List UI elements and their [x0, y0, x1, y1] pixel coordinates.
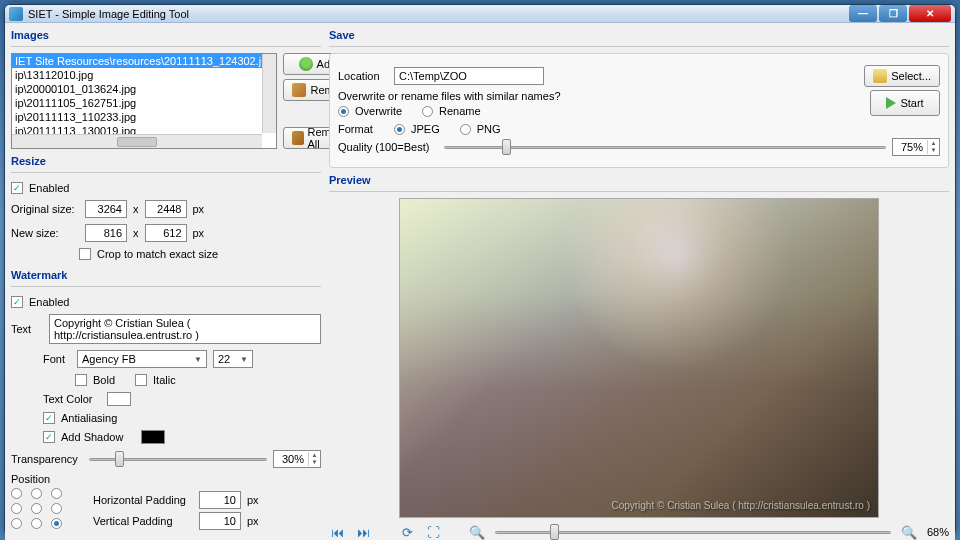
app-window: SIET - Simple Image Editing Tool — ❐ ✕ I…: [4, 4, 956, 536]
list-item[interactable]: ip\20000101_013624.jpg: [12, 82, 276, 96]
play-icon: [886, 97, 896, 109]
list-item[interactable]: ip\13112010.jpg: [12, 68, 276, 82]
start-button[interactable]: Start: [870, 90, 940, 116]
resize-enabled-checkbox[interactable]: ✓: [11, 182, 23, 194]
rename-radio[interactable]: [422, 106, 433, 117]
last-icon[interactable]: ⏭: [355, 524, 371, 540]
image-listbox[interactable]: IET Site Resources\resources\20111113_12…: [11, 53, 277, 149]
pos-bc-radio[interactable]: [31, 518, 42, 529]
preview-controls: ⏮ ⏭ ⟳ ⛶ 🔍 🔍 68%: [329, 518, 949, 540]
orig-width: 3264: [85, 200, 127, 218]
list-item[interactable]: ip\20111113_110233.jpg: [12, 110, 276, 124]
watermark-title: Watermark: [11, 269, 321, 281]
rotate-icon[interactable]: ⟳: [399, 524, 415, 540]
pos-mr-radio[interactable]: [51, 503, 62, 514]
remove-icon: [292, 83, 306, 97]
close-button[interactable]: ✕: [909, 5, 951, 22]
fit-icon[interactable]: ⛶: [425, 524, 441, 540]
pos-mc-radio[interactable]: [31, 503, 42, 514]
transparency-spinner[interactable]: 30%▲▼: [273, 450, 321, 468]
shadow-color-swatch[interactable]: [141, 430, 165, 444]
images-panel: Images IET Site Resources\resources\2011…: [11, 29, 321, 149]
preview-watermark: Copyright © Cristian Sulea ( http://cris…: [611, 500, 870, 511]
bold-checkbox[interactable]: [75, 374, 87, 386]
pos-br-radio[interactable]: [51, 518, 62, 529]
maximize-button[interactable]: ❐: [879, 5, 907, 22]
save-panel: Save LocationC:\Temp\ZOOSelect... Overwr…: [329, 29, 949, 168]
transparency-slider[interactable]: [89, 451, 267, 467]
quality-slider[interactable]: [444, 139, 886, 155]
titlebar[interactable]: SIET - Simple Image Editing Tool — ❐ ✕: [5, 5, 955, 23]
antialias-checkbox[interactable]: ✓: [43, 412, 55, 424]
horizontal-scrollbar[interactable]: [12, 134, 262, 148]
folder-icon: [873, 69, 887, 83]
jpeg-radio[interactable]: [394, 124, 405, 135]
shadow-checkbox[interactable]: ✓: [43, 431, 55, 443]
remove-all-icon: [292, 131, 303, 145]
resize-panel: Resize ✓Enabled Original size:3264x2448p…: [11, 155, 321, 263]
pos-bl-radio[interactable]: [11, 518, 22, 529]
first-icon[interactable]: ⏮: [329, 524, 345, 540]
quality-spinner[interactable]: 75%▲▼: [892, 138, 940, 156]
watermark-enabled-checkbox[interactable]: ✓: [11, 296, 23, 308]
add-icon: [299, 57, 313, 71]
location-input[interactable]: C:\Temp\ZOO: [394, 67, 544, 85]
select-button[interactable]: Select...: [864, 65, 940, 87]
font-size-select[interactable]: 22▼: [213, 350, 253, 368]
preview-title: Preview: [329, 174, 949, 186]
pos-tl-radio[interactable]: [11, 488, 22, 499]
preview-panel: Preview Copyright © Cristian Sulea ( htt…: [329, 174, 949, 540]
crop-checkbox[interactable]: [79, 248, 91, 260]
zoom-slider[interactable]: [495, 524, 891, 540]
new-width-input[interactable]: 816: [85, 224, 127, 242]
watermark-panel: Watermark ✓Enabled TextCopyright © Crist…: [11, 269, 321, 536]
position-grid: [11, 488, 67, 529]
new-height-input[interactable]: 612: [145, 224, 187, 242]
preview-image: Copyright © Cristian Sulea ( http://cris…: [399, 198, 879, 518]
png-radio[interactable]: [460, 124, 471, 135]
hpad-input[interactable]: 10: [199, 491, 241, 509]
window-title: SIET - Simple Image Editing Tool: [28, 8, 849, 20]
text-color-swatch[interactable]: [107, 392, 131, 406]
save-title: Save: [329, 29, 949, 41]
list-item[interactable]: ip\20111105_162751.jpg: [12, 96, 276, 110]
vertical-scrollbar[interactable]: [262, 54, 276, 133]
font-select[interactable]: Agency FB▼: [77, 350, 207, 368]
zoom-in-icon[interactable]: 🔍: [901, 524, 917, 540]
minimize-button[interactable]: —: [849, 5, 877, 22]
pos-tr-radio[interactable]: [51, 488, 62, 499]
vpad-input[interactable]: 10: [199, 512, 241, 530]
zoom-value: 68%: [927, 526, 949, 538]
orig-height: 2448: [145, 200, 187, 218]
watermark-text-input[interactable]: Copyright © Cristian Sulea ( http://cris…: [49, 314, 321, 344]
resize-title: Resize: [11, 155, 321, 167]
app-icon: [9, 7, 23, 21]
overwrite-radio[interactable]: [338, 106, 349, 117]
zoom-out-icon[interactable]: 🔍: [469, 524, 485, 540]
images-title: Images: [11, 29, 321, 41]
list-item[interactable]: IET Site Resources\resources\20111113_12…: [12, 54, 276, 68]
pos-tc-radio[interactable]: [31, 488, 42, 499]
italic-checkbox[interactable]: [135, 374, 147, 386]
content: Images IET Site Resources\resources\2011…: [5, 23, 955, 540]
pos-ml-radio[interactable]: [11, 503, 22, 514]
